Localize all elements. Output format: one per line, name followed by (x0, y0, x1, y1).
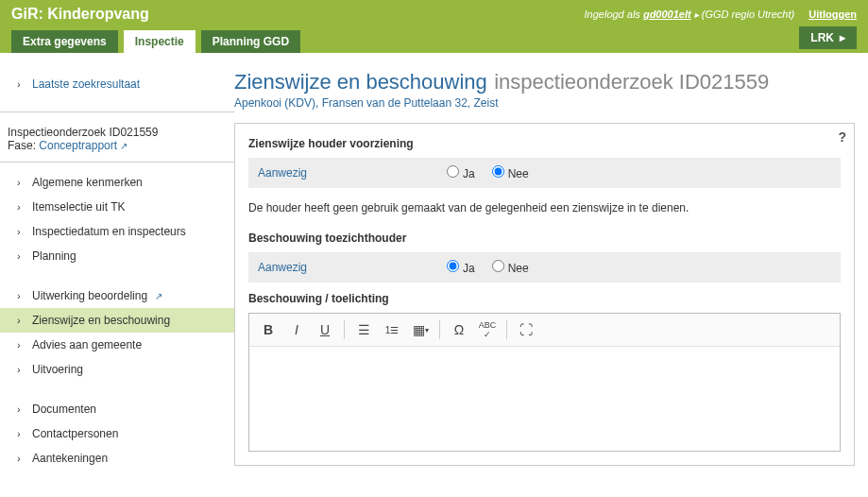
chevron-right-icon: › (17, 403, 25, 415)
fullscreen-button[interactable]: ⛶ (513, 317, 539, 342)
lrk-button[interactable]: LRK ▸ (799, 26, 857, 49)
sidebar-item-uitvoering[interactable]: › Uitvoering (0, 357, 234, 382)
bullet-list-button[interactable]: ☰ (350, 317, 377, 342)
external-icon (694, 9, 699, 20)
chevron-right-icon: › (17, 290, 25, 301)
fase-link[interactable]: Conceptrapport ↗ (39, 139, 128, 152)
table-button[interactable]: ▦▾ (407, 317, 434, 342)
main-tabs: Extra gegevens Inspectie Planning GGD (11, 30, 300, 53)
sidebar: › Laatste zoekresultaat Inspectieonderzo… (0, 53, 234, 471)
special-char-button[interactable]: Ω (446, 317, 472, 342)
username-link[interactable]: gd0001elt (643, 9, 691, 20)
sidebar-item-zienswijze[interactable]: › Zienswijze en beschouwing (0, 308, 234, 333)
sidebar-item-advies[interactable]: › Advies aan gemeente (0, 333, 234, 357)
phase-block: Inspectieonderzoek ID021559 Fase: Concep… (0, 120, 234, 163)
chevron-right-icon: › (17, 177, 25, 188)
chevron-right-icon: › (17, 226, 25, 237)
beschouwing-toelichting-label: Beschouwing / toelichting (248, 292, 841, 305)
help-icon[interactable]: ? (838, 129, 846, 145)
tab-extra-gegevens[interactable]: Extra gegevens (11, 30, 118, 53)
external-icon: ▸ (840, 31, 845, 44)
zienswijze-aanwezig-row: Aanwezig Ja Nee (248, 158, 841, 188)
sidebar-item-aantekeningen[interactable]: › Aantekeningen (0, 446, 234, 471)
chevron-right-icon: › (17, 364, 25, 375)
section-beschouwing-title: Beschouwing toezichthouder (248, 231, 841, 245)
brand: GiR: Kinderopvang (11, 6, 149, 23)
sidebar-item-algemene-kenmerken[interactable]: › Algemene kenmerken (0, 170, 234, 195)
sidebar-item-inspectiedatum[interactable]: › Inspectiedatum en inspecteurs (0, 219, 234, 244)
page-subtitle: Apenkooi (KDV), Fransen van de Puttelaan… (234, 96, 855, 110)
zienswijze-note: De houder heeft geen gebruik gemaakt van… (248, 197, 841, 228)
sidebar-item-planning[interactable]: › Planning (0, 244, 234, 268)
rich-text-editor: B I U ☰ 1☰ ▦▾ Ω ABC✓ ⛶ (248, 313, 841, 452)
form-panel: ? Zienswijze houder voorziening Aanwezig… (234, 123, 855, 466)
spellcheck-button[interactable]: ABC✓ (474, 317, 501, 342)
external-icon: ↗ (155, 291, 162, 301)
user-info: Ingelogd als gd0001elt (GGD regio Utrech… (585, 9, 857, 20)
underline-button[interactable]: U (312, 317, 338, 342)
tab-inspectie[interactable]: Inspectie (124, 30, 196, 53)
chevron-right-icon: › (17, 78, 25, 90)
editor-toolbar: B I U ☰ 1☰ ▦▾ Ω ABC✓ ⛶ (249, 314, 840, 347)
section-zienswijze-title: Zienswijze houder voorziening (248, 137, 841, 150)
chevron-right-icon: › (17, 315, 25, 326)
chevron-right-icon: › (17, 250, 25, 262)
beschouwing-nee-radio[interactable]: Nee (492, 260, 529, 275)
sidebar-item-documenten[interactable]: › Documenten (0, 397, 234, 421)
logout-link[interactable]: Uitloggen (808, 9, 857, 20)
zienswijze-ja-radio[interactable]: Ja (447, 165, 475, 180)
chevron-right-icon: › (17, 339, 25, 351)
last-search-link[interactable]: › Laatste zoekresultaat (0, 72, 234, 96)
editor-textarea[interactable] (249, 347, 840, 451)
sidebar-item-contactpersonen[interactable]: › Contactpersonen (0, 421, 234, 446)
beschouwing-ja-radio[interactable]: Ja (447, 260, 475, 275)
external-icon: ↗ (120, 141, 128, 151)
chevron-right-icon: › (17, 428, 25, 439)
page-title: Zienswijze en beschouwing (234, 70, 487, 94)
zienswijze-nee-radio[interactable]: Nee (492, 165, 529, 180)
main-content: Zienswijze en beschouwing inspectieonder… (234, 53, 868, 471)
beschouwing-aanwezig-row: Aanwezig Ja Nee (248, 252, 841, 283)
page-title-sub: inspectieonderzoek ID021559 (494, 70, 769, 94)
chevron-right-icon: › (17, 201, 25, 213)
sidebar-item-uitwerking[interactable]: › Uitwerking beoordeling ↗ (0, 283, 234, 308)
bold-button[interactable]: B (255, 317, 281, 342)
sidebar-item-itemselectie[interactable]: › Itemselectie uit TK (0, 195, 234, 219)
app-header: GiR: Kinderopvang Ingelogd als gd0001elt… (0, 0, 868, 53)
italic-button[interactable]: I (283, 317, 310, 342)
numbered-list-button[interactable]: 1☰ (379, 317, 405, 342)
chevron-right-icon: › (17, 453, 25, 464)
tab-planning-ggd[interactable]: Planning GGD (201, 30, 300, 53)
